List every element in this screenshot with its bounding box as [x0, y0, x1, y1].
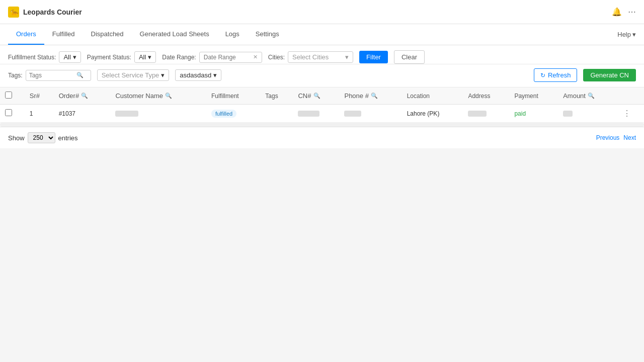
row-amount	[558, 105, 618, 123]
entries-label: entries	[58, 134, 78, 142]
clear-button[interactable]: Clear	[394, 50, 425, 64]
date-input[interactable]	[204, 54, 249, 61]
horizontal-scrollbar[interactable]	[0, 123, 644, 127]
search-icon: 🔍	[165, 93, 172, 99]
chevron-down-icon: ▾	[345, 53, 349, 61]
refresh-button[interactable]: ↻ Refresh	[534, 68, 578, 82]
filter-button[interactable]: Filter	[359, 51, 388, 63]
nav-item-fulfilled[interactable]: Fulfilled	[44, 24, 83, 45]
col-cn: CN# 🔍	[293, 87, 339, 105]
row-actions-button[interactable]: ⋮	[623, 109, 631, 118]
row-cn	[293, 105, 339, 123]
col-payment: Payment	[509, 87, 558, 105]
account-select[interactable]: asdasdasd ▾	[175, 69, 221, 81]
date-clear-icon[interactable]: ✕	[253, 54, 258, 60]
row-select-checkbox[interactable]	[5, 109, 12, 116]
col-fulfillment: Fulfillment	[206, 87, 260, 105]
nav-item-generated-load-sheets[interactable]: Generated Load Sheets	[132, 24, 217, 45]
payment-label: Payment Status:	[87, 54, 131, 61]
col-actions	[618, 87, 644, 105]
prev-button[interactable]: Previous	[596, 134, 620, 141]
fulfillment-select[interactable]: All ▾	[59, 51, 80, 63]
nav-item-dispatched[interactable]: Dispatched	[83, 24, 132, 45]
app-logo: 🐆	[8, 7, 19, 18]
topbar-left: 🐆 Leopards Courier	[8, 7, 82, 18]
page-nav: Previous Next	[596, 134, 636, 141]
chevron-down-icon: ▾	[632, 31, 636, 38]
col-customer: Customer Name 🔍	[110, 87, 206, 105]
tags-label: Tags:	[8, 72, 23, 79]
table-header-row: Sr# Order# 🔍 Customer Name 🔍 Fulfillment	[0, 87, 644, 105]
payment-filter: Payment Status: All ▾	[87, 51, 156, 63]
col-sr: Sr#	[25, 87, 54, 105]
col-tags: Tags	[260, 87, 293, 105]
row-fulfillment: fulfilled	[206, 105, 260, 123]
search-icon: 🔍	[371, 93, 378, 99]
generate-cn-button[interactable]: Generate CN	[583, 69, 636, 81]
table-row: 1 #1037 fulfilled La	[0, 105, 644, 123]
topbar-right: 🔔 ⋯	[612, 7, 636, 17]
chevron-down-icon: ▾	[148, 53, 151, 61]
col-phone: Phone # 🔍	[339, 87, 401, 105]
help-button[interactable]: Help ▾	[617, 31, 636, 38]
nav-items: Orders Fulfilled Dispatched Generated Lo…	[8, 24, 287, 45]
topbar: 🐆 Leopards Courier 🔔 ⋯	[0, 0, 644, 24]
show-label: Show	[8, 134, 25, 142]
nav-item-orders[interactable]: Orders	[8, 24, 44, 45]
service-type-select[interactable]: Select Service Type ▾	[97, 69, 170, 81]
cities-select[interactable]: Select Cities ▾	[288, 51, 353, 63]
row-sr: 1	[25, 105, 54, 123]
date-input-wrap: ✕	[199, 52, 262, 63]
more-icon[interactable]: ⋯	[628, 7, 636, 17]
bell-icon[interactable]: 🔔	[612, 7, 622, 17]
pagination-row: Show 250 10 25 50 100 entries Previous N…	[0, 127, 644, 148]
col-address: Address	[463, 87, 509, 105]
app-name: Leopards Courier	[23, 8, 82, 16]
search-icon: 🔍	[76, 72, 84, 78]
cities-filter: Cities: Select Cities ▾	[268, 51, 353, 63]
svg-text:🐆: 🐆	[11, 8, 18, 16]
row-location: Lahore (PK)	[402, 105, 463, 123]
show-entries: Show 250 10 25 50 100 entries	[8, 132, 78, 143]
refresh-icon: ↻	[540, 72, 545, 79]
fulfillment-filter: Fulfillment Status: All ▾	[8, 51, 81, 63]
payment-select[interactable]: All ▾	[134, 51, 156, 63]
row-checkbox	[0, 105, 25, 123]
tags-filter: Tags: 🔍	[8, 70, 91, 81]
col-order: Order# 🔍	[54, 87, 111, 105]
fulfillment-label: Fulfillment Status:	[8, 54, 56, 61]
row-phone	[339, 105, 401, 123]
cities-label: Cities:	[268, 54, 285, 61]
row-actions: ⋮	[618, 105, 644, 123]
orders-table-container: Sr# Order# 🔍 Customer Name 🔍 Fulfillment	[0, 87, 644, 127]
search-icon: 🔍	[313, 93, 320, 99]
select-all-checkbox[interactable]	[5, 92, 12, 99]
orders-table: Sr# Order# 🔍 Customer Name 🔍 Fulfillment	[0, 87, 644, 123]
search-icon: 🔍	[81, 93, 88, 99]
row-address	[463, 105, 509, 123]
entries-select[interactable]: 250 10 25 50 100	[28, 132, 55, 143]
row-customer	[110, 105, 206, 123]
row-order: #1037	[54, 105, 111, 123]
chevron-down-icon: ▾	[73, 53, 76, 61]
tags-input[interactable]	[29, 72, 74, 79]
date-filter: Date Range: ✕	[162, 52, 262, 63]
chevron-down-icon: ▾	[161, 71, 165, 79]
filter-row-2: Tags: 🔍 Select Service Type ▾ asdasdasd …	[0, 64, 644, 87]
nav-item-logs[interactable]: Logs	[217, 24, 248, 45]
col-amount: Amount 🔍	[558, 87, 618, 105]
row-payment: paid	[509, 105, 558, 123]
search-icon: 🔍	[588, 93, 595, 99]
col-location: Location	[402, 87, 463, 105]
date-label: Date Range:	[162, 54, 196, 61]
row-tags	[260, 105, 293, 123]
nav-item-settings[interactable]: Settings	[248, 24, 287, 45]
chevron-down-icon: ▾	[213, 71, 217, 79]
nav-bar: Orders Fulfilled Dispatched Generated Lo…	[0, 24, 644, 45]
nav-right: Help ▾	[617, 31, 636, 38]
filter-row-1: Fulfillment Status: All ▾ Payment Status…	[0, 45, 644, 64]
tags-input-wrap: 🔍	[26, 70, 91, 81]
next-button[interactable]: Next	[623, 134, 636, 141]
col-checkbox	[0, 87, 25, 105]
